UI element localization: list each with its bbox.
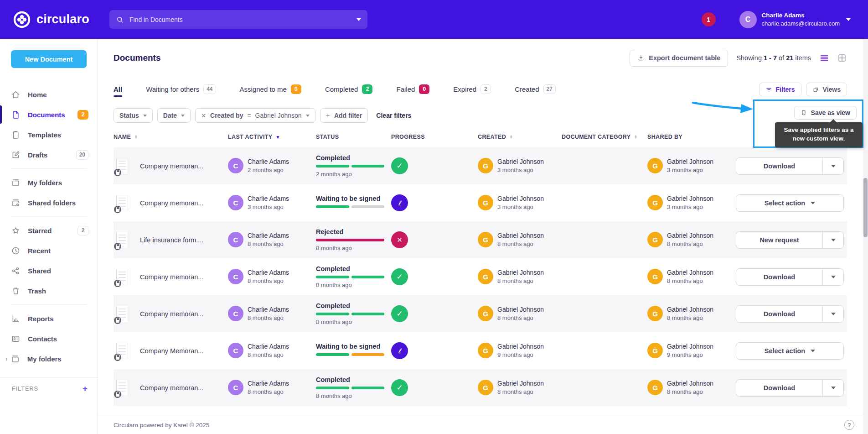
tab[interactable]: Expired 2 bbox=[453, 84, 491, 98]
help-button[interactable]: ? bbox=[844, 420, 854, 430]
sort-icon[interactable]: ▲▼ bbox=[134, 135, 138, 139]
sidebar-item[interactable]: Documents 2 bbox=[0, 105, 98, 125]
lock-icon bbox=[114, 243, 121, 250]
sidebar-item[interactable]: My folders bbox=[0, 173, 98, 193]
row-action-button[interactable]: Download bbox=[736, 379, 844, 397]
date-filter-pill[interactable]: Date bbox=[157, 108, 191, 123]
document-name[interactable]: Company memoran... bbox=[140, 199, 203, 207]
chevron-down-icon[interactable] bbox=[822, 380, 843, 396]
document-name[interactable]: Life insurance form.... bbox=[140, 236, 203, 244]
new-document-button[interactable]: New Document bbox=[11, 50, 87, 68]
sidebar-item[interactable]: Contacts bbox=[0, 329, 98, 349]
sidebar-item[interactable]: Trash bbox=[0, 281, 98, 301]
document-name[interactable]: Company memoran... bbox=[140, 310, 203, 318]
status-time: 2 months ago bbox=[316, 171, 391, 178]
table-row[interactable]: Company memoran... C Charlie Adams8 mont… bbox=[114, 295, 847, 332]
sidebar-item[interactable]: Templates bbox=[0, 125, 98, 145]
save-as-view-button[interactable]: Save as view bbox=[794, 106, 857, 120]
column-header[interactable]: LAST ACTIVITY ▼ bbox=[228, 134, 316, 140]
sidebar-item[interactable]: Drafts 20 bbox=[0, 145, 98, 165]
table-row[interactable]: Company memoran... C Charlie Adams8 mont… bbox=[114, 258, 847, 295]
column-header[interactable]: PROGRESS bbox=[391, 134, 478, 140]
row-action-button[interactable]: Download bbox=[736, 268, 844, 286]
sidebar-item[interactable]: Home bbox=[0, 84, 98, 105]
chevron-down-icon[interactable] bbox=[822, 232, 843, 248]
sort-desc-icon[interactable]: ▼ bbox=[275, 135, 280, 140]
status-filter-pill[interactable]: Status bbox=[114, 108, 153, 123]
list-view-icon[interactable] bbox=[819, 53, 829, 63]
add-saved-filter-icon[interactable]: + bbox=[83, 384, 88, 393]
tab[interactable]: Assigned to me 0 bbox=[240, 84, 301, 98]
document-icon bbox=[116, 158, 128, 174]
tab[interactable]: Waiting for others 44 bbox=[146, 84, 216, 98]
chevron-down-icon[interactable] bbox=[811, 202, 815, 204]
column-header[interactable]: SHARED BY bbox=[647, 134, 736, 140]
status-time: 8 months ago bbox=[316, 282, 391, 288]
global-search[interactable] bbox=[109, 10, 367, 29]
notification-badge[interactable]: 1 bbox=[702, 12, 716, 26]
row-action-button[interactable]: Download bbox=[736, 305, 844, 323]
export-document-table-button[interactable]: Export document table bbox=[630, 50, 728, 67]
add-filter-button[interactable]: + Add filter bbox=[320, 108, 368, 123]
chevron-down-icon[interactable] bbox=[822, 306, 843, 322]
chevron-right-icon[interactable]: › bbox=[5, 355, 8, 362]
remove-filter-icon[interactable]: ✕ bbox=[201, 112, 206, 119]
row-action-button[interactable]: Select action bbox=[736, 342, 844, 360]
sidebar-item[interactable]: Starred 2 bbox=[0, 220, 98, 241]
sidebar-item-label: Recent bbox=[28, 247, 51, 255]
tab[interactable]: Created 27 bbox=[515, 84, 556, 98]
sidebar-item[interactable]: Recent bbox=[0, 241, 98, 261]
sidebar-item-label: My folders bbox=[27, 355, 62, 363]
tab[interactable]: All bbox=[114, 85, 122, 97]
sort-icon[interactable]: ▲▼ bbox=[509, 135, 513, 139]
chevron-down-icon bbox=[181, 115, 185, 117]
clear-filters-button[interactable]: Clear filters bbox=[376, 112, 411, 119]
scrollbar-thumb[interactable] bbox=[863, 178, 868, 237]
column-header[interactable]: CREATED ▲▼ bbox=[478, 134, 562, 140]
contacts-icon bbox=[11, 334, 21, 344]
row-action-button[interactable]: Download bbox=[736, 157, 844, 175]
sidebar-item[interactable]: Shared folders bbox=[0, 193, 98, 213]
column-header[interactable]: STATUS bbox=[316, 134, 391, 140]
views-button[interactable]: Views bbox=[806, 83, 847, 96]
row-action-button[interactable]: New request bbox=[736, 231, 844, 249]
chevron-down-icon[interactable] bbox=[811, 350, 815, 352]
tab-count-badge: 2 bbox=[362, 84, 372, 94]
sidebar-item-label: Shared bbox=[28, 267, 51, 275]
user-avatar[interactable]: C bbox=[739, 11, 757, 28]
sidebar-item[interactable]: Reports bbox=[0, 309, 98, 329]
document-icon bbox=[116, 380, 128, 396]
grid-view-icon[interactable] bbox=[837, 53, 847, 63]
document-name[interactable]: Company memoran... bbox=[140, 273, 203, 281]
row-action-button[interactable]: Select action bbox=[736, 194, 844, 212]
user-info[interactable]: Charlie Adams charlie.adams@circularo.co… bbox=[762, 11, 840, 28]
progress-bar bbox=[316, 205, 384, 208]
table-row[interactable]: Company memoran... C Charlie Adams3 mont… bbox=[114, 184, 847, 221]
scrollbar-track[interactable] bbox=[863, 39, 868, 434]
column-header[interactable]: DOCUMENT CATEGORY ▲▼ bbox=[562, 134, 647, 140]
table-row[interactable]: Company memoran... C Charlie Adams2 mont… bbox=[114, 147, 847, 184]
sidebar-item[interactable]: › My folders bbox=[0, 349, 98, 369]
search-input[interactable] bbox=[129, 16, 356, 23]
document-name[interactable]: Company memoran... bbox=[140, 384, 203, 392]
column-header[interactable]: NAME ▲▼ bbox=[114, 134, 228, 140]
main-content: Documents Export document table Showing … bbox=[98, 39, 868, 434]
tab[interactable]: Completed 2 bbox=[325, 84, 373, 98]
user-menu-chevron-icon[interactable] bbox=[846, 18, 851, 21]
avatar: G bbox=[647, 269, 663, 284]
sort-icon[interactable]: ▲▼ bbox=[634, 135, 638, 139]
document-name[interactable]: Company memoran... bbox=[140, 162, 203, 170]
chevron-down-icon[interactable] bbox=[822, 158, 843, 174]
table-row[interactable]: Life insurance form.... C Charlie Adams8… bbox=[114, 221, 847, 258]
filters-button[interactable]: Filters bbox=[759, 83, 801, 96]
table-row[interactable]: Company Memoran... C Charlie Adams8 mont… bbox=[114, 332, 847, 369]
document-name[interactable]: Company Memoran... bbox=[140, 347, 203, 355]
tab[interactable]: Failed 0 bbox=[396, 84, 429, 98]
created-by-filter-pill[interactable]: ✕ Created by = Gabriel Johnson bbox=[195, 108, 315, 123]
search-scope-chevron-icon[interactable] bbox=[356, 18, 361, 21]
table-row[interactable]: Company memoran... C Charlie Adams8 mont… bbox=[114, 369, 847, 406]
chevron-down-icon[interactable] bbox=[822, 269, 843, 285]
sidebar-item[interactable]: Shared bbox=[0, 261, 98, 281]
lock-icon bbox=[114, 206, 121, 213]
logo[interactable]: circularo bbox=[13, 0, 89, 39]
